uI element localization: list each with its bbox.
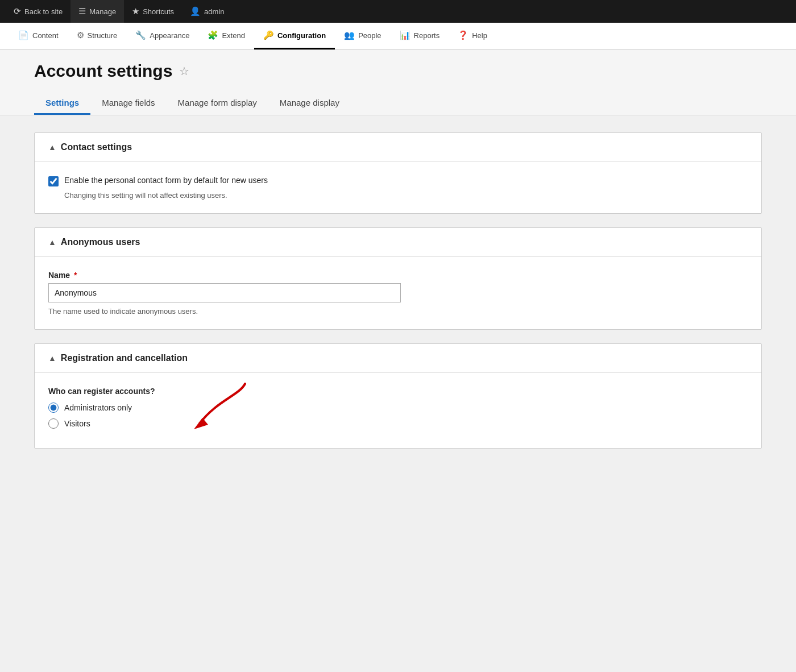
admins-only-label: Administrators only xyxy=(64,403,132,412)
nav-help[interactable]: ❓ Help xyxy=(449,23,496,49)
secondary-nav: 📄 Content ⚙ Structure 🔧 Appearance 🧩 Ext… xyxy=(0,23,796,50)
tabs: Settings Manage fields Manage form displ… xyxy=(34,92,762,115)
admins-only-radio[interactable] xyxy=(48,403,59,413)
nav-content[interactable]: 📄 Content xyxy=(9,23,68,49)
nav-people[interactable]: 👥 People xyxy=(335,23,390,49)
nav-configuration[interactable]: 🔑 Configuration xyxy=(254,23,335,49)
bookmark-icon[interactable]: ☆ xyxy=(179,64,189,78)
contact-form-checkbox-row: Enable the personal contact form by defa… xyxy=(48,176,748,186)
contact-form-description: Changing this setting will not affect ex… xyxy=(64,191,748,200)
nav-appearance[interactable]: 🔧 Appearance xyxy=(126,23,198,49)
back-icon: ⟳ xyxy=(14,6,21,16)
extend-icon: 🧩 xyxy=(208,30,218,40)
user-icon: 👤 xyxy=(190,6,201,16)
contact-form-label: Enable the personal contact form by defa… xyxy=(64,176,268,185)
appearance-icon: 🔧 xyxy=(135,30,146,40)
who-can-register-label: Who can register accounts? xyxy=(48,387,748,396)
nav-structure[interactable]: ⚙ Structure xyxy=(68,23,127,49)
shortcuts-button[interactable]: ★ Shortcuts xyxy=(124,0,182,23)
required-star: * xyxy=(74,271,77,280)
contact-form-checkbox[interactable] xyxy=(48,176,59,186)
anonymous-users-body: Name * The name used to indicate anonymo… xyxy=(35,257,761,329)
admin-user-button[interactable]: 👤 admin xyxy=(182,0,232,23)
nav-reports[interactable]: 📊 Reports xyxy=(391,23,449,49)
name-field-label: Name * xyxy=(48,271,748,280)
chevron-up-icon-anon: ▲ xyxy=(48,238,56,247)
contact-settings-header[interactable]: ▲ Contact settings xyxy=(35,133,761,162)
page-title: Account settings xyxy=(34,61,172,81)
people-icon: 👥 xyxy=(344,30,355,40)
chevron-up-icon-reg: ▲ xyxy=(48,354,56,363)
registration-section: ▲ Registration and cancellation Who can … xyxy=(34,343,762,449)
chevron-up-icon: ▲ xyxy=(48,143,56,152)
configuration-icon: 🔑 xyxy=(263,30,274,40)
manage-button[interactable]: ☰ Manage xyxy=(71,0,124,23)
anonymous-users-section: ▲ Anonymous users Name * The name used t… xyxy=(34,227,762,330)
visitors-radio[interactable] xyxy=(48,418,59,429)
anonymous-name-description: The name used to indicate anonymous user… xyxy=(48,307,748,316)
tab-settings[interactable]: Settings xyxy=(34,92,90,115)
visitors-radio-row: Visitors xyxy=(48,418,748,429)
content-icon: 📄 xyxy=(18,30,29,40)
anonymous-users-title: Anonymous users xyxy=(61,237,140,247)
registration-body: Who can register accounts? Administrator… xyxy=(35,373,761,448)
menu-icon: ☰ xyxy=(78,6,86,16)
tab-manage-fields[interactable]: Manage fields xyxy=(90,92,166,115)
structure-icon: ⚙ xyxy=(77,30,84,40)
star-icon: ★ xyxy=(132,6,139,16)
registration-header[interactable]: ▲ Registration and cancellation xyxy=(35,344,761,373)
help-icon: ❓ xyxy=(458,30,469,40)
back-to-site-button[interactable]: ⟳ Back to site xyxy=(6,0,71,23)
registration-title: Registration and cancellation xyxy=(61,353,188,363)
tab-manage-form-display[interactable]: Manage form display xyxy=(167,92,268,115)
anonymous-name-input[interactable] xyxy=(48,283,401,302)
admins-only-radio-row: Administrators only xyxy=(48,403,748,413)
contact-settings-body: Enable the personal contact form by defa… xyxy=(35,162,761,213)
anonymous-users-header[interactable]: ▲ Anonymous users xyxy=(35,228,761,257)
reports-icon: 📊 xyxy=(400,30,411,40)
tab-manage-display[interactable]: Manage display xyxy=(268,92,351,115)
main-content: ▲ Contact settings Enable the personal c… xyxy=(0,115,796,672)
contact-settings-section: ▲ Contact settings Enable the personal c… xyxy=(34,132,762,214)
page-header: Account settings ☆ Settings Manage field… xyxy=(0,50,796,115)
page-title-row: Account settings ☆ xyxy=(34,61,762,81)
visitors-label: Visitors xyxy=(64,419,90,428)
admin-bar: ⟳ Back to site ☰ Manage ★ Shortcuts 👤 ad… xyxy=(0,0,796,23)
nav-extend[interactable]: 🧩 Extend xyxy=(198,23,254,49)
contact-settings-title: Contact settings xyxy=(61,142,132,152)
